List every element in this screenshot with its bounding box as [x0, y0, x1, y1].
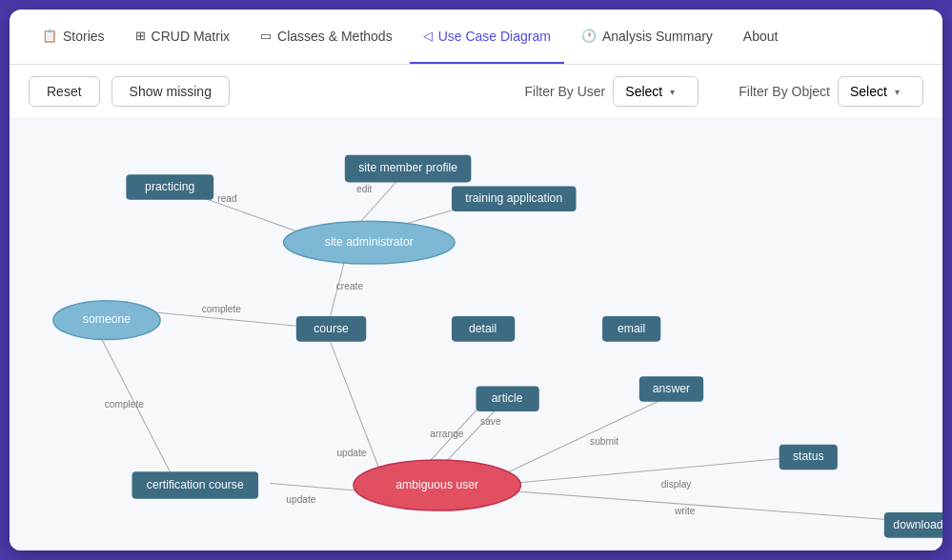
filter-user-select[interactable]: Select ▾	[613, 76, 699, 107]
svg-text:write: write	[674, 506, 696, 516]
svg-text:create: create	[336, 281, 364, 291]
svg-text:article: article	[492, 391, 523, 405]
svg-text:download: download	[893, 518, 942, 531]
chevron-down-icon-2: ▾	[895, 87, 900, 97]
tab-analysis-summary[interactable]: 🕐 Analysis Summary	[568, 10, 726, 64]
analysis-icon: 🕐	[581, 29, 597, 43]
svg-text:arrange: arrange	[430, 429, 463, 439]
svg-text:status: status	[793, 450, 824, 463]
tab-about[interactable]: About	[730, 10, 792, 64]
svg-text:answer: answer	[653, 382, 690, 395]
svg-text:practicing: practicing	[145, 180, 194, 193]
app-container: 📋 Stories ⊞ CRUD Matrix ▭ Classes & Meth…	[10, 10, 942, 550]
svg-line-8	[155, 312, 297, 326]
stories-icon: 📋	[42, 29, 57, 43]
svg-text:update: update	[286, 494, 315, 505]
svg-text:ambiguous user: ambiguous user	[395, 478, 478, 491]
classes-icon: ▭	[260, 29, 272, 43]
toolbar: Reset Show missing Filter By User Select…	[10, 65, 942, 119]
svg-text:update: update	[336, 448, 366, 458]
tab-crud-matrix[interactable]: ⊞ CRUD Matrix	[122, 10, 243, 64]
svg-text:certification course: certification course	[147, 478, 244, 491]
svg-text:edit: edit	[356, 184, 373, 194]
filter-by-object-label: Filter By Object	[739, 84, 830, 99]
svg-text:complete: complete	[202, 304, 242, 314]
filter-object-select[interactable]: Select ▾	[838, 76, 923, 107]
use-case-svg: edit read read create complete complete …	[10, 119, 942, 550]
usecase-icon: ◁	[423, 29, 433, 43]
diagram-area: edit read read create complete complete …	[10, 119, 942, 550]
svg-text:course: course	[314, 322, 349, 335]
svg-text:detail: detail	[469, 322, 496, 335]
svg-text:save: save	[480, 416, 501, 427]
svg-text:email: email	[618, 322, 645, 335]
svg-line-22	[511, 458, 787, 484]
crud-icon: ⊞	[135, 29, 146, 43]
svg-text:complete: complete	[105, 399, 145, 410]
show-missing-button[interactable]: Show missing	[111, 76, 230, 107]
svg-text:display: display	[661, 479, 693, 490]
chevron-down-icon: ▾	[670, 87, 675, 97]
svg-text:site administrator: site administrator	[325, 235, 414, 249]
filter-by-user-label: Filter By User	[525, 84, 606, 99]
svg-text:site member profile: site member profile	[358, 161, 457, 174]
tab-classes-methods[interactable]: ▭ Classes & Methods	[247, 10, 406, 64]
reset-button[interactable]: Reset	[29, 76, 100, 107]
svg-text:someone: someone	[83, 312, 131, 326]
tab-use-case-diagram[interactable]: ◁ Use Case Diagram	[410, 10, 564, 64]
svg-text:read: read	[217, 193, 237, 204]
svg-line-18	[270, 484, 364, 491]
svg-text:training application: training application	[465, 191, 562, 205]
svg-line-24	[513, 491, 896, 521]
svg-text:submit: submit	[590, 436, 618, 447]
nav-bar: 📋 Stories ⊞ CRUD Matrix ▭ Classes & Meth…	[10, 10, 942, 65]
filter-object-group: Filter By Object Select ▾	[739, 76, 923, 107]
tab-stories[interactable]: 📋 Stories	[29, 10, 118, 64]
filter-user-group: Filter By User Select ▾	[525, 76, 699, 107]
